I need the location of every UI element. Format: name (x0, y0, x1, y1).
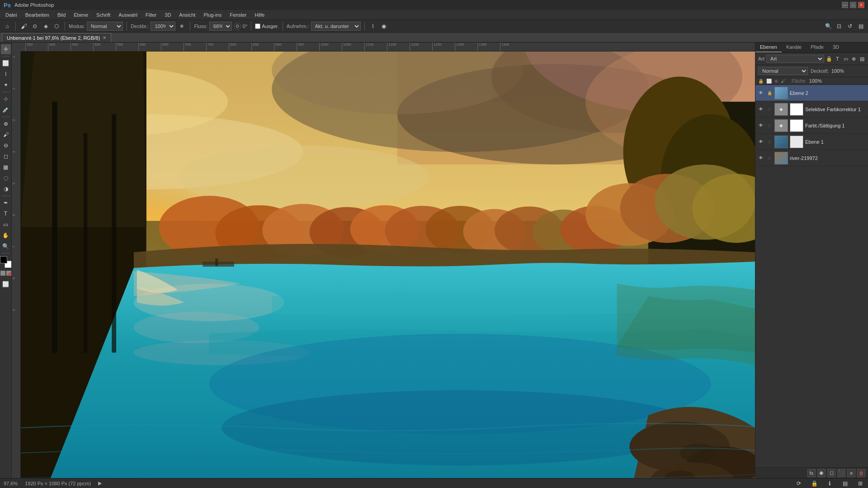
mask-button[interactable]: ◉ (817, 469, 826, 477)
shape-tool[interactable]: ▭ (1, 220, 11, 230)
fluss-select[interactable]: 66% 100% 50% (209, 22, 232, 31)
pressure-opacity-icon[interactable]: ⊕ (177, 22, 186, 31)
brush-tablet-icon[interactable]: ⬡ (52, 22, 61, 31)
brush-opacity-icon[interactable]: ◈ (41, 22, 50, 31)
menu-schrift[interactable]: Schrift (93, 11, 114, 19)
color-swatches[interactable] (0, 256, 12, 268)
brush-size-icon[interactable]: ⊙ (30, 22, 39, 31)
tab-pfade[interactable]: Pfade (806, 42, 828, 52)
marquee-tool[interactable]: ⬜ (1, 58, 11, 68)
ausger-check[interactable] (255, 23, 260, 29)
layer-ebene1[interactable]: 👁 ⊙ ... Ebene 1 (755, 134, 868, 150)
text-layer-icon[interactable]: T (834, 55, 840, 63)
pen-tool[interactable]: ✒ (1, 198, 11, 208)
layer-eye-ebene2[interactable]: 👁 (757, 89, 764, 97)
heal-tool[interactable]: ⊕ (1, 119, 11, 129)
hand-tool[interactable]: ✋ (1, 230, 11, 240)
clone-tool[interactable]: ⊖ (1, 141, 11, 150)
status-grid-icon[interactable]: ▤ (841, 479, 849, 488)
canvas-image[interactable] (21, 52, 755, 478)
status-lock-icon[interactable]: 🔒 (810, 479, 818, 488)
deckbr-select[interactable]: 100% 75% 50% (151, 22, 175, 31)
ausger-checkbox[interactable]: Ausger. (255, 23, 278, 29)
zoom-fit-icon[interactable]: ⊡ (835, 22, 844, 31)
preset-icon[interactable]: ◉ (379, 22, 388, 31)
group-button[interactable]: ⬛ (837, 469, 845, 477)
opacity-value[interactable]: 100% (831, 68, 844, 74)
lasso-tool[interactable]: ⌇ (1, 69, 11, 79)
status-view-icon[interactable]: ⊞ (856, 479, 864, 488)
close-button[interactable]: ✕ (858, 2, 864, 8)
shape-layer-icon[interactable]: ▭ (842, 55, 849, 63)
modus-select[interactable]: Normal Multiplizieren Abblenden (87, 22, 123, 31)
status-bar: 97,6% 1920 Px × 1080 Px (72 ppcm) ▶ ⟳ 🔒 … (0, 478, 868, 488)
layer-eye-farbsat[interactable]: 👁 (757, 122, 764, 129)
fx-button[interactable]: fx (807, 469, 816, 477)
home-icon[interactable]: ⌂ (3, 22, 12, 31)
foreground-color-swatch[interactable] (0, 256, 7, 263)
menu-ebene[interactable]: Ebene (70, 11, 92, 19)
gradient-tool[interactable]: ▦ (1, 162, 11, 172)
maximize-button[interactable]: □ (850, 2, 856, 8)
menu-ansicht[interactable]: Ansicht (175, 11, 199, 19)
eyedropper-tool[interactable]: 💉 (1, 105, 11, 115)
aufnehm-select[interactable]: Akt. u. darunter Alle Ebenen Aktuelle Eb… (311, 22, 361, 31)
blur-tool[interactable]: ◌ (1, 173, 11, 183)
ruler-mark: 1350 (477, 42, 487, 52)
filter-layer-icon[interactable]: ⊕ (851, 55, 857, 63)
menu-bearbeiten[interactable]: Bearbeiten (22, 11, 53, 19)
magic-select-tool[interactable]: ✦ (1, 80, 11, 90)
menu-bild[interactable]: Bild (54, 11, 69, 19)
brush-tool[interactable]: 🖌 (1, 130, 11, 140)
layer-farbsat[interactable]: 👁 ⊙ ◈ Farbt./Sättigung 1 (755, 117, 868, 134)
delete-layer-button[interactable]: 🗑 (857, 469, 865, 477)
quick-mask-button[interactable] (6, 271, 11, 276)
view-layer-icon[interactable]: ▤ (859, 55, 865, 63)
eraser-tool[interactable]: ◻ (1, 151, 11, 161)
layer-eye-ebene1[interactable]: 👁 (757, 138, 764, 145)
status-rotate-icon[interactable]: ⟳ (795, 479, 803, 488)
ruler-mark: 500 (93, 42, 100, 52)
zoom-tool[interactable]: 🔍 (1, 241, 11, 251)
menu-auswahl[interactable]: Auswahl (115, 11, 141, 19)
smooth-icon[interactable]: ⌇ (368, 22, 377, 31)
layer-eye-river[interactable]: 👁 (757, 155, 764, 162)
menu-filter[interactable]: Filter (142, 11, 160, 19)
layer-lock-ebene2[interactable]: 🔒 (766, 90, 773, 96)
screen-mode-button[interactable]: ⬜ (1, 279, 11, 289)
angle-icon[interactable]: ⊙ (234, 23, 241, 30)
tab-ebenen[interactable]: Ebenen (755, 42, 782, 52)
dodge-tool[interactable]: ◑ (1, 184, 11, 194)
art-select[interactable]: Art Pixelebenen Anpassungsebenen (766, 55, 824, 63)
fill-value[interactable]: 100% (809, 78, 822, 84)
layer-ebene2[interactable]: 👁 🔒 ... Ebene 2 (755, 85, 868, 101)
menu-datei[interactable]: Datei (2, 11, 21, 19)
standard-mode-button[interactable] (0, 271, 5, 276)
move-tool[interactable]: ✛ (1, 44, 11, 54)
menu-plugins[interactable]: Plug-ins (200, 11, 225, 19)
layer-lock-river: ⊙ (766, 155, 773, 161)
arrange-icon[interactable]: ▤ (856, 22, 865, 31)
rotate-icon[interactable]: ↺ (845, 22, 854, 31)
adjustment-button[interactable]: ◻ (827, 469, 835, 477)
menu-3d[interactable]: 3D (161, 11, 175, 19)
brush-preset-icon[interactable]: 🖌 (19, 22, 28, 31)
tab-kanaele[interactable]: Kanäle (782, 42, 806, 52)
status-info-icon[interactable]: ℹ (826, 479, 834, 488)
menu-fenster[interactable]: Fenster (226, 11, 250, 19)
search-icon[interactable]: 🔍 (824, 22, 833, 31)
document-tab[interactable]: Unbenannt-1 bei 97,6% (Ebene 2, RGB/8) ✕ (2, 33, 111, 42)
crop-tool[interactable]: ⊹ (1, 94, 11, 104)
blend-mode-select[interactable]: Normal Multiplizieren Abblenden Aufhelle… (758, 67, 808, 75)
layer-eye-selfarb[interactable]: 👁 (757, 106, 764, 113)
text-tool[interactable]: T (1, 209, 11, 219)
ausger-label: Ausger. (262, 23, 278, 29)
layer-selfarb[interactable]: 👁 ⊙ ◈ Selektive Farbkorrektur 1 (755, 101, 868, 117)
layer-river[interactable]: 👁 ⊙ ... river-219972 (755, 150, 868, 166)
new-layer-button[interactable]: ≡ (847, 469, 855, 477)
tab-3d[interactable]: 3D (828, 42, 844, 52)
tab-close-button[interactable]: ✕ (103, 35, 106, 40)
minimize-button[interactable]: — (842, 2, 848, 8)
menu-hilfe[interactable]: Hilfe (251, 11, 268, 19)
lock-icon[interactable]: 🔒 (826, 55, 832, 63)
